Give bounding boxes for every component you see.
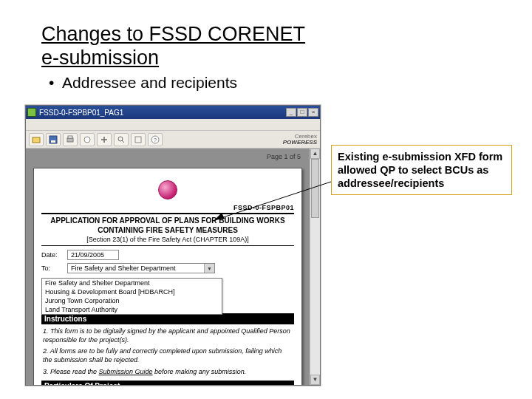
scroll-up-button[interactable]: ▲: [310, 149, 320, 159]
divider: [41, 245, 294, 246]
bullet-item: • Addressee and recipients: [49, 74, 237, 92]
svg-text:?: ?: [154, 137, 157, 143]
window-titlebar: FSSD-0-FSPBP01_PAG1 _ □ ×: [26, 106, 320, 119]
date-field-row: Date: 21/09/2005: [41, 248, 294, 262]
to-field-row: To: Fire Safety and Shelter Department ▼: [41, 262, 294, 275]
window-title: FSSD-0-FSPBP01_PAG1: [39, 109, 123, 117]
dropdown-option[interactable]: Land Transport Authority: [42, 305, 222, 314]
svg-line-7: [122, 140, 124, 143]
instructions-header: Instructions: [41, 313, 294, 324]
menubar[interactable]: [26, 119, 320, 131]
slide-title: Changes to FSSD CORENET e-submission: [41, 22, 305, 70]
scroll-track[interactable]: [310, 159, 320, 375]
callout-text: Existing e-submission XFD form allowed Q…: [338, 151, 502, 189]
bullet-dot-icon: •: [49, 74, 54, 92]
agency-logo-icon: [158, 180, 177, 200]
addressee-dropdown-list[interactable]: Fire Safety and Shelter Department Housi…: [41, 278, 222, 315]
form-title: APPLICATION FOR APPROVAL OF PLANS FOR BU…: [41, 214, 294, 235]
document-area: Page 1 of 5 FSSD-0-FSPBP01 APPLICATION F…: [26, 149, 310, 385]
scroll-down-button[interactable]: ▼: [310, 375, 320, 385]
minimize-button[interactable]: _: [286, 108, 296, 117]
callout-box: Existing e-submission XFD form allowed Q…: [331, 145, 512, 195]
svg-rect-3: [67, 138, 73, 142]
scroll-thumb[interactable]: [311, 159, 319, 218]
form-subtitle: [Section 23(1) of the Fire Safety Act (C…: [41, 235, 294, 245]
toolbar-print-button[interactable]: [63, 133, 78, 146]
to-label: To:: [41, 265, 64, 272]
toolbar-button-4[interactable]: [80, 133, 95, 146]
dropdown-option[interactable]: Fire Safety and Shelter Department: [42, 279, 222, 287]
toolbar-search-button[interactable]: [114, 133, 129, 146]
addressee-selected-value: Fire Safety and Shelter Department: [71, 265, 176, 272]
dropdown-option[interactable]: Jurong Town Corporation: [42, 296, 222, 305]
svg-rect-8: [135, 137, 141, 143]
dropdown-option[interactable]: Housing & Development Board [HDBARCH]: [42, 287, 222, 296]
page-counter: Page 1 of 5: [267, 153, 301, 160]
submission-guide-link[interactable]: Submission Guide: [99, 368, 153, 375]
svg-point-5: [84, 137, 90, 143]
svg-rect-0: [33, 137, 40, 143]
instruction-1: 1. This form is to be digitally signed b…: [41, 324, 294, 344]
form-code: FSSD-0-FSPBP01: [41, 202, 294, 214]
close-button[interactable]: ×: [308, 108, 318, 117]
chevron-down-icon[interactable]: ▼: [204, 264, 214, 273]
toolbar-button-5[interactable]: [97, 133, 112, 146]
toolbar-save-button[interactable]: [46, 133, 61, 146]
date-label: Date:: [41, 251, 64, 259]
app-icon: [27, 108, 36, 117]
toolbar-button-7[interactable]: [131, 133, 146, 146]
date-input[interactable]: 21/09/2005: [67, 250, 119, 260]
vertical-scrollbar[interactable]: ▲ ▼: [310, 149, 320, 385]
form-viewer-window: FSSD-0-FSPBP01_PAG1 _ □ × ? Cerebex POWE…: [25, 105, 321, 386]
svg-rect-2: [51, 140, 55, 143]
toolbar-open-button[interactable]: [29, 133, 44, 146]
maximize-button[interactable]: □: [297, 108, 307, 117]
particulars-header: Particulars Of Project: [41, 381, 294, 385]
addressee-select[interactable]: Fire Safety and Shelter Department ▼: [67, 263, 215, 273]
svg-rect-4: [68, 136, 72, 138]
bullet-text: Addressee and recipients: [62, 74, 237, 91]
form-page: FSSD-0-FSPBP01 APPLICATION FOR APPROVAL …: [33, 168, 302, 385]
toolbar-help-button[interactable]: ?: [148, 133, 163, 146]
instruction-2: 2. All forms are to be fully and correct…: [41, 344, 294, 364]
brand-label: Cerebex POWERESS: [283, 134, 317, 146]
toolbar: ? Cerebex POWERESS: [26, 131, 320, 149]
instruction-3: 3. Please read the Submission Guide befo…: [41, 365, 294, 376]
